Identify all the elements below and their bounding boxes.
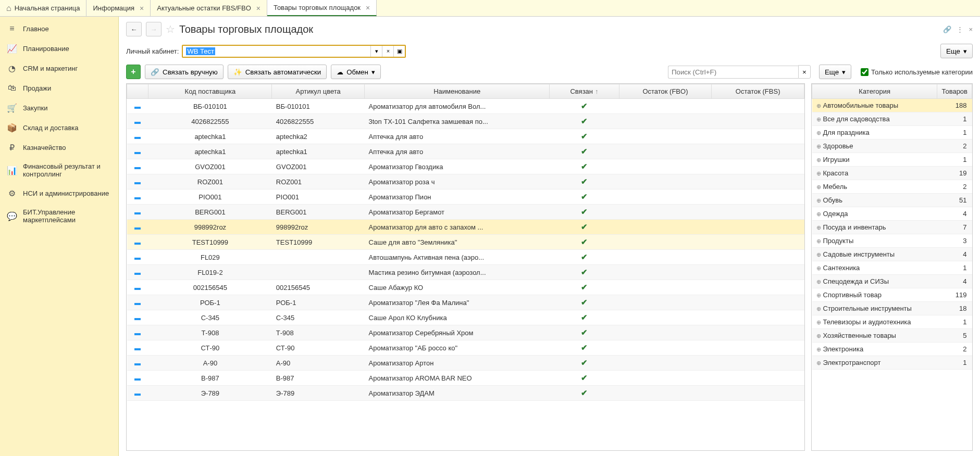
table-row[interactable]: РОБ-1РОБ-1Ароматизатор "Лея Фа Малина"✔ [127,295,804,310]
sidebar-item-закупки[interactable]: 🛒Закупки [0,98,118,118]
category-row[interactable]: ⊕Здоровье2 [812,140,972,153]
category-row[interactable]: ⊕Одежда4 [812,207,972,221]
table-row[interactable]: 998992roz998992rozАроматизатор для авто … [127,220,804,235]
sidebar-item-нси-и-администрирование[interactable]: ⚙НСИ и администрирование [0,183,118,203]
table-row[interactable]: TEST10999TEST10999Саше для авто "Земляни… [127,235,804,250]
category-row[interactable]: ⊕Спортивный товар119 [812,288,972,302]
expand-icon[interactable]: ⊕ [816,224,821,231]
expand-icon[interactable]: ⊕ [816,116,821,122]
expand-icon[interactable]: ⊕ [816,333,821,339]
link-icon[interactable]: 🔗 [943,26,951,33]
account-dropdown-button[interactable]: ▾ [370,46,382,57]
exchange-button[interactable]: ☁Обмен ▾ [331,65,381,79]
category-row[interactable]: ⊕Спецодежда и СИЗы4 [812,275,972,288]
account-open-button[interactable]: ▣ [393,46,405,57]
expand-icon[interactable]: ⊕ [816,346,821,352]
sidebar-item-бит.управление-маркетплейсами[interactable]: 💬БИТ.Управление маркетплейсами [0,203,118,229]
expand-icon[interactable]: ⊕ [816,319,821,325]
sidebar-item-финансовый-результат-и-контроллинг[interactable]: 📊Финансовый результат и контроллинг [0,157,118,183]
table-row[interactable]: С-345С-345Саше Арол КО Клубника✔ [127,310,804,325]
search-input[interactable] [668,66,798,79]
only-used-checkbox-wrap[interactable]: Только используемые категории [861,68,973,76]
nav-back-button[interactable]: ← [126,22,142,36]
category-row[interactable]: ⊕Мебель2 [812,180,972,194]
account-input[interactable]: WB Тест [183,46,370,57]
table-row[interactable]: А-90А-90Ароматизатор Артон✔ [127,356,804,371]
tab-close-icon[interactable]: × [256,4,260,12]
account-clear-button[interactable]: × [382,46,393,57]
category-row[interactable]: ⊕Телевизоры и аудиотехника1 [812,315,972,329]
category-row[interactable]: ⊕Игрушки1 [812,153,972,167]
category-row[interactable]: ⊕Садовые инструменты4 [812,248,972,261]
col-supplier-code[interactable]: Код поставщика [148,84,272,99]
sidebar-item-главное[interactable]: ≡Главное [0,19,118,39]
expand-icon[interactable]: ⊕ [816,197,821,204]
table-row[interactable]: FL029Автошампунь Активная пена (аэро...✔ [127,250,804,265]
col-article[interactable]: Артикул цвета [272,84,365,99]
col-count[interactable]: Товаров [937,84,972,99]
category-row[interactable]: ⊕Электроника2 [812,343,972,356]
tab-начальная-страница[interactable]: Начальная страница [0,0,86,16]
sidebar-item-казначейство[interactable]: ₽Казначейство [0,137,118,157]
category-row[interactable]: ⊕Обувь51 [812,194,972,207]
expand-icon[interactable]: ⊕ [816,306,821,312]
link-auto-button[interactable]: ✨Связать автоматически [228,65,327,79]
tab-актуальные-остатки-fbs/fbo[interactable]: Актуальные остатки FBS/FBO× [151,0,267,16]
expand-icon[interactable]: ⊕ [816,157,821,163]
nav-forward-button[interactable]: → [146,22,162,36]
category-row[interactable]: ⊕Продукты3 [812,234,972,248]
tab-close-icon[interactable]: × [366,4,370,12]
table-row[interactable]: Э-789Э-789Ароматизатор ЭДАМ✔ [127,386,804,401]
table-row[interactable]: СТ-90СТ-90Ароматизатор "АБ россо ко"✔ [127,340,804,356]
expand-icon[interactable]: ⊕ [816,170,821,176]
sidebar-item-склад-и-доставка[interactable]: 📦Склад и доставка [0,118,118,137]
table-row[interactable]: 002156545002156545Саше Абажур КО✔ [127,280,804,295]
close-page-icon[interactable]: × [969,26,973,33]
col-category[interactable]: Категория [812,84,937,99]
expand-icon[interactable]: ⊕ [816,360,821,366]
kebab-menu-icon[interactable]: ⋮ [957,26,963,33]
table-row[interactable]: 402682255540268225553ton ТХ-101 Салфетка… [127,114,804,129]
expand-icon[interactable]: ⊕ [816,143,821,149]
category-row[interactable]: ⊕Хозяйственные товары5 [812,329,972,343]
col-linked[interactable]: Связан↑ [550,84,619,99]
category-row[interactable]: ⊕Электротранспорт1 [812,356,972,370]
sidebar-item-планирование[interactable]: 📈Планирование [0,39,118,58]
col-status[interactable] [127,84,148,99]
table-row[interactable]: Т-908Т-908Ароматизатор Серебряный Хром✔ [127,325,804,340]
table-row[interactable]: aptechka1aptechka1Аптечка для авто✔ [127,144,804,159]
table-row[interactable]: ВБ-010101ВБ-010101Ароматизатор для автом… [127,99,804,114]
table-row[interactable]: PIO001PIO001Ароматизатор Пион✔ [127,189,804,205]
table-row[interactable]: FL019-2Мастика резино битумная (аэрозол.… [127,265,804,280]
expand-icon[interactable]: ⊕ [816,265,821,271]
expand-icon[interactable]: ⊕ [816,130,821,136]
table-row[interactable]: GVOZ001GVOZ001Ароматизатор Гвоздика✔ [127,159,804,174]
col-fbo[interactable]: Остаток (FBO) [619,84,712,99]
table-row[interactable]: В-987В-987Ароматизатор AROMA BAR NEO✔ [127,371,804,386]
sidebar-item-crm-и-маркетинг[interactable]: ◔CRM и маркетинг [0,58,118,78]
category-row[interactable]: ⊕Посуда и инвентарь7 [812,221,972,234]
col-fbs[interactable]: Остаток (FBS) [712,84,804,99]
table-row[interactable]: BERG001BERG001Ароматизатор Бергамот✔ [127,205,804,220]
tab-close-icon[interactable]: × [140,4,144,12]
page-more-button[interactable]: Еще ▾ [940,44,973,58]
category-row[interactable]: ⊕Все для садоводства1 [812,112,972,126]
sidebar-item-продажи[interactable]: 🛍Продажи [0,78,118,98]
category-row[interactable]: ⊕Сантехника1 [812,261,972,275]
search-clear-button[interactable]: × [798,65,811,79]
category-row[interactable]: ⊕Для праздника1 [812,126,972,140]
table-row[interactable]: aptechka1aptechka2Аптечка для авто✔ [127,129,804,144]
category-row[interactable]: ⊕Красота19 [812,167,972,180]
col-name[interactable]: Наименование [365,84,550,99]
expand-icon[interactable]: ⊕ [816,251,821,258]
expand-icon[interactable]: ⊕ [816,278,821,285]
link-manual-button[interactable]: 🔗Связать вручную [145,65,224,79]
favorite-star-icon[interactable]: ☆ [166,23,175,35]
tab-информация[interactable]: Информация× [86,0,151,16]
category-row[interactable]: ⊕Автомобильные товары188 [812,99,972,112]
tab-товары-торговых-площадок[interactable]: Товары торговых площадок× [267,0,377,16]
expand-icon[interactable]: ⊕ [816,211,821,217]
expand-icon[interactable]: ⊕ [816,238,821,244]
add-button[interactable]: + [126,65,141,79]
expand-icon[interactable]: ⊕ [816,292,821,298]
